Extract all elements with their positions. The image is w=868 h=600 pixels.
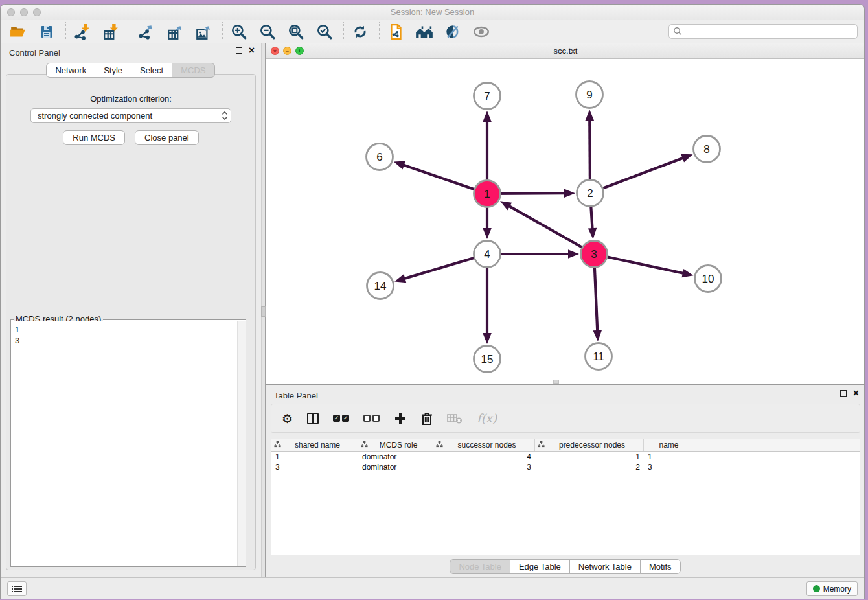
zoom-out-icon[interactable] xyxy=(258,22,277,41)
resize-grip[interactable] xyxy=(553,380,559,384)
search-field xyxy=(668,24,858,39)
table-row[interactable]: 1dominator411 xyxy=(271,452,860,462)
toolbar-separator xyxy=(130,22,130,41)
graph-node-label: 7 xyxy=(484,90,490,102)
result-scrollbar[interactable] xyxy=(237,321,246,566)
save-session-icon[interactable] xyxy=(37,22,56,41)
graph-node-label: 6 xyxy=(376,151,382,163)
tab-edge-table[interactable]: Edge Table xyxy=(510,559,570,574)
table-cell[interactable]: 3 xyxy=(271,462,358,472)
tree-icon xyxy=(274,441,281,450)
graph-edge-arrowhead xyxy=(568,249,579,259)
panel-divider[interactable] xyxy=(261,43,266,578)
toolbar-separator xyxy=(222,22,223,41)
zoom-fit-icon[interactable] xyxy=(286,22,306,41)
graph-edge-arrowhead xyxy=(681,154,692,163)
window-title: Session: New Session xyxy=(1,7,864,17)
tab-select[interactable]: Select xyxy=(131,63,172,78)
show-hide-graphics-details-icon[interactable] xyxy=(443,22,463,41)
zoom-in-icon[interactable] xyxy=(229,22,249,41)
network-canvas[interactable]: 7968124314101511 xyxy=(266,59,865,384)
open-file-icon[interactable] xyxy=(8,22,28,41)
table-cell[interactable]: 2 xyxy=(535,462,644,472)
function-builder-icon[interactable]: f(x) xyxy=(477,411,497,425)
memory-status-icon xyxy=(813,585,820,592)
search-input[interactable] xyxy=(668,24,858,39)
column-header-mcds-role[interactable]: MCDS role xyxy=(358,439,433,451)
column-header-shared-name[interactable]: shared name xyxy=(271,439,358,451)
tab-network-table[interactable]: Network Table xyxy=(569,559,641,574)
deselect-all-rows-icon[interactable] xyxy=(363,415,380,422)
dropdown-stepper-icon xyxy=(218,109,231,122)
graph-node-label: 14 xyxy=(374,280,387,292)
graph-node-label: 2 xyxy=(587,187,593,200)
column-header-predecessor-nodes[interactable]: predecessor nodes xyxy=(535,439,644,451)
control-panel: Control Panel × Network Style Select MCD… xyxy=(1,43,261,578)
import-network-icon[interactable] xyxy=(73,22,92,41)
tab-mcds[interactable]: MCDS xyxy=(172,63,214,78)
select-all-rows-icon[interactable]: ✓✓ xyxy=(333,415,349,422)
tree-icon xyxy=(436,441,443,450)
tab-motifs[interactable]: Motifs xyxy=(640,559,681,574)
table-cell[interactable]: dominator xyxy=(358,462,433,472)
close-panel-icon[interactable]: × xyxy=(249,47,255,54)
table-cell[interactable]: 1 xyxy=(644,452,698,462)
divider-handle[interactable] xyxy=(261,306,266,317)
criterion-value: strongly connected component xyxy=(31,111,218,121)
close-panel-button[interactable]: Close panel xyxy=(135,130,199,145)
table-body: 1dominator4113dominator323 xyxy=(271,452,860,472)
title-bar: Session: New Session xyxy=(1,5,864,20)
export-image-icon[interactable] xyxy=(194,22,213,41)
table-cell[interactable]: 3 xyxy=(433,462,535,472)
graph-edge[interactable] xyxy=(508,206,594,254)
column-visibility-icon[interactable] xyxy=(307,413,319,424)
float-panel-icon[interactable] xyxy=(236,47,242,54)
close-table-panel-icon[interactable]: × xyxy=(853,390,859,397)
network-window: × − + scc.txt 7968124314101511 xyxy=(266,43,865,385)
homes-icon[interactable] xyxy=(415,22,434,41)
import-table-icon[interactable] xyxy=(101,22,120,41)
zoom-selected-icon[interactable] xyxy=(315,22,334,41)
export-network-icon[interactable] xyxy=(137,22,156,41)
graph-edge[interactable] xyxy=(590,157,683,193)
float-table-panel-icon[interactable] xyxy=(840,390,847,397)
column-header-successor-nodes[interactable]: successor nodes xyxy=(433,439,535,451)
table-cell[interactable]: 3 xyxy=(644,462,698,472)
add-column-icon[interactable] xyxy=(394,412,407,425)
network-overview-eye-icon[interactable] xyxy=(472,22,491,41)
criterion-dropdown[interactable]: strongly connected component xyxy=(30,108,231,123)
table-cell[interactable]: 1 xyxy=(535,452,644,462)
tab-style[interactable]: Style xyxy=(95,63,131,78)
run-mcds-button[interactable]: Run MCDS xyxy=(63,130,125,145)
network-window-titlebar[interactable]: × − + scc.txt xyxy=(266,43,865,59)
column-header-name[interactable]: name xyxy=(644,439,698,451)
status-bar: Memory xyxy=(1,577,864,599)
tree-icon xyxy=(538,441,545,450)
tab-network[interactable]: Network xyxy=(46,63,95,78)
main-toolbar xyxy=(1,20,864,43)
table-panel-title: Table Panel xyxy=(274,391,318,400)
table-cell[interactable]: 1 xyxy=(271,452,358,462)
network-title: scc.txt xyxy=(266,46,865,56)
graph-node-label: 15 xyxy=(481,353,494,365)
table-cell[interactable]: dominator xyxy=(358,452,433,462)
table-cell[interactable]: 4 xyxy=(433,452,535,462)
task-history-button[interactable] xyxy=(7,581,27,596)
export-table-icon[interactable] xyxy=(165,22,185,41)
delete-column-icon[interactable] xyxy=(421,412,433,425)
tab-node-table[interactable]: Node Table xyxy=(450,559,510,574)
delete-table-icon[interactable] xyxy=(447,413,463,424)
search-icon xyxy=(673,27,682,38)
graph-edge-arrowhead xyxy=(588,228,597,239)
graph-node-label: 1 xyxy=(484,188,490,200)
table-row[interactable]: 3dominator323 xyxy=(271,462,860,472)
table-settings-gear-icon[interactable]: ⚙ xyxy=(282,411,293,426)
column-header-filler xyxy=(698,439,860,451)
memory-button[interactable]: Memory xyxy=(806,581,858,596)
graph-edge-arrowhead xyxy=(483,111,492,122)
clone-network-icon[interactable] xyxy=(386,22,405,41)
optimization-criterion-label: Optimization criterion: xyxy=(6,94,255,104)
graph-edge-arrowhead xyxy=(681,269,693,277)
refresh-icon[interactable] xyxy=(350,22,370,41)
tree-icon xyxy=(361,441,368,450)
